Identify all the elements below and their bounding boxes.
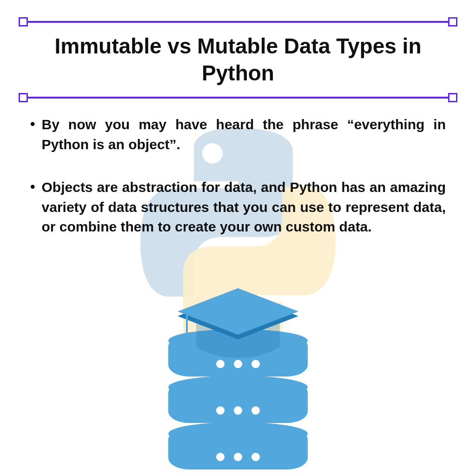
decorative-divider-top (23, 21, 453, 23)
bullet-item: • Objects are abstraction for data, and … (30, 178, 446, 237)
page-title: Immutable vs Mutable Data Types in Pytho… (0, 33, 476, 86)
graduation-cap-icon (173, 284, 303, 363)
database-stack-icon (159, 302, 317, 474)
content-area: • By now you may have heard the phrase “… (0, 99, 476, 237)
bullet-text: Objects are abstraction for data, and Py… (42, 178, 446, 237)
bullet-item: • By now you may have heard the phrase “… (30, 115, 446, 154)
bullet-text: By now you may have heard the phrase “ev… (42, 115, 446, 154)
bullet-marker: • (30, 115, 35, 154)
bullet-marker: • (30, 178, 35, 237)
